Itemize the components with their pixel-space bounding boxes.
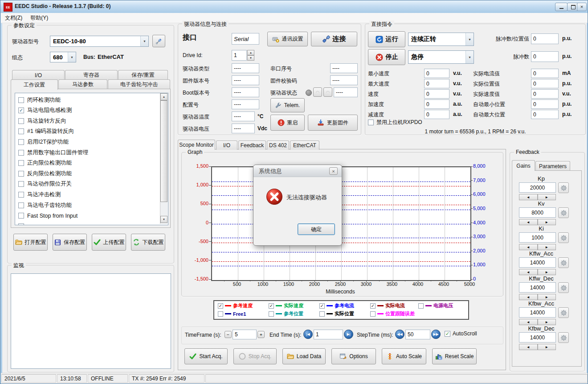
timeframe-increase-button[interactable]: + [257,331,265,338]
checkbox-box[interactable] [18,150,24,156]
tab-马达参数[interactable]: 马达参数 [58,79,107,89]
pulse-pos-input[interactable]: 0 [531,33,559,44]
field-value[interactable]: ---- [330,75,358,85]
legend-checkbox[interactable] [218,311,223,317]
tab-i/o[interactable]: I/O [216,140,237,150]
tab-ethercat[interactable]: EtherCAT [290,140,319,150]
checkbox-item[interactable]: 禁用数字输出口固件管理 [18,149,89,157]
checkbox-box[interactable] [18,128,24,134]
autoscroll-checkbox[interactable]: ✓ [445,331,450,337]
rxpdo-checkbox-row[interactable]: 禁用上位机RXPDO [368,119,422,126]
checkbox-item[interactable]: 闭环检测功能 [18,96,61,104]
tab-保存/重置[interactable]: 保存/重置 [118,70,168,80]
scrollbar-thumb[interactable] [160,100,167,202]
checkbox-item[interactable]: 反向限位检测功能 [18,169,72,178]
checkbox-item[interactable]: Fast Stop from Input [18,212,78,220]
checkbox-box[interactable] [18,118,24,124]
autoscroll-row[interactable]: ✓ AutoScroll [445,330,477,337]
scroll-right-icon[interactable]: ► [538,344,556,350]
steptime-forward-button[interactable]: ▶▶ [431,330,441,339]
gain-scroll-bar[interactable]: ◄► [519,294,556,300]
scroll-right-icon[interactable]: ► [538,294,556,300]
cmd-left-input[interactable]: 0 [424,110,449,119]
gain-scroll-bar[interactable]: ◄► [519,194,556,200]
checkbox-box[interactable] [18,160,24,166]
field-value[interactable]: ---- [232,111,255,121]
checkbox-box[interactable]: ✓ [18,107,24,113]
legend-item[interactable]: ✓参考电流 [319,302,354,309]
gain-scroll-bar[interactable]: ◄► [519,319,556,325]
field-value[interactable]: ---- [232,124,255,133]
stop-button[interactable]: 停止 [368,49,405,65]
legend-item[interactable]: 位置跟随误差 [370,310,415,317]
timeframe-input[interactable]: 5 [233,330,257,339]
gain-settings-button[interactable] [558,207,569,218]
telemetry-button[interactable]: Telem. [270,98,305,112]
spin-up-icon[interactable]: ▲ [247,50,254,55]
chevron-down-icon[interactable]: ▼ [466,51,474,63]
gain-input[interactable]: 20000 [519,182,556,193]
cmd-left-input[interactable]: 0 [424,79,449,88]
endtime-first-button[interactable]: |◀ [303,330,313,339]
checkbox-box[interactable] [18,192,24,198]
minimize-button[interactable] [555,3,568,11]
scroll-left-icon[interactable]: ◄ [519,194,538,200]
gain-settings-button[interactable] [558,307,569,318]
gain-scroll-bar[interactable]: ◄► [519,344,556,350]
gain-scroll-bar[interactable]: ◄► [519,219,556,225]
interface-input[interactable]: Serial [232,33,259,45]
scroll-up-icon[interactable]: ▲ [160,93,167,100]
gain-settings-button[interactable] [558,182,569,193]
checkbox-item[interactable]: ✓马达电阻电感检测 [18,107,72,115]
legend-checkbox[interactable]: ✓ [370,303,376,309]
checkbox-item[interactable] [18,222,27,225]
gain-settings-button[interactable] [558,282,569,293]
scroll-right-icon[interactable]: ► [538,269,556,275]
list-scrollbar[interactable]: ▲ ▼ [160,93,167,224]
cmd-right-input[interactable]: 0 [531,79,559,88]
field-value[interactable]: ---- [330,63,358,73]
checkbox-item[interactable]: 马达电子齿轮功能 [18,201,72,209]
tab-ds-402[interactable]: DS 402 [267,140,289,150]
button-reset-scale[interactable]: Reset Scale [432,348,477,364]
dialog-close-button[interactable]: × [329,167,338,175]
field-value[interactable]: ---- [232,63,259,73]
gain-input[interactable]: 8000 [519,207,556,218]
drive-model-combobox[interactable]: EEDC-10-80 ▼ [50,36,149,47]
button-auto-scale[interactable]: Auto Scale [382,348,426,364]
tab-工作设置[interactable]: 工作设置 [11,79,58,90]
legend-checkbox[interactable] [370,311,376,317]
tab-feedback[interactable]: Feedback [238,140,266,150]
tab-电子齿轮与冲击[interactable]: 电子齿轮与冲击 [108,79,170,89]
checkbox-box[interactable] [18,213,24,219]
connect-button[interactable]: 连接 [311,32,357,46]
legend-item[interactable]: ✓实际电流 [370,302,405,309]
checkbox-item[interactable]: 马达冲击检测 [18,190,61,198]
restart-button[interactable]: 重启 [270,115,305,131]
legend-checkbox[interactable]: ✓ [218,303,223,309]
button-options[interactable]: Options [331,348,376,364]
button-open-folder[interactable]: 打开配置 [13,234,48,251]
comm-settings-button[interactable]: 通讯设置 [267,32,308,46]
scroll-left-icon[interactable]: ◄ [519,244,538,250]
legend-item[interactable]: ✓实际速度 [269,302,303,309]
chevron-down-icon[interactable]: ▼ [466,33,474,45]
scroll-right-icon[interactable]: ► [538,319,556,325]
checkbox-box[interactable] [18,202,24,208]
checkbox-box[interactable] [18,171,24,177]
checkbox-box[interactable] [18,97,24,103]
scroll-left-icon[interactable]: ◄ [519,219,538,225]
steptime-input[interactable]: 50 [405,330,430,339]
gain-input[interactable]: 14000 [519,257,556,268]
update-firmware-button[interactable]: 更新固件 [308,115,358,131]
checkbox-box[interactable] [18,223,24,225]
config-combobox[interactable]: 680 ▼ [50,52,76,62]
drive-status-value[interactable]: ---- [334,87,358,97]
legend-checkbox[interactable] [418,303,424,309]
scroll-down-icon[interactable]: ▼ [160,216,167,223]
checkbox-item[interactable]: #1 编码器旋转反向 [18,128,74,136]
scroll-left-icon[interactable]: ◄ [519,319,538,325]
field-value[interactable]: ---- [232,75,259,85]
checkbox-item[interactable]: 马达动作限位开关 [18,180,72,188]
checkbox-item[interactable]: 正向限位检测功能 [18,159,72,167]
